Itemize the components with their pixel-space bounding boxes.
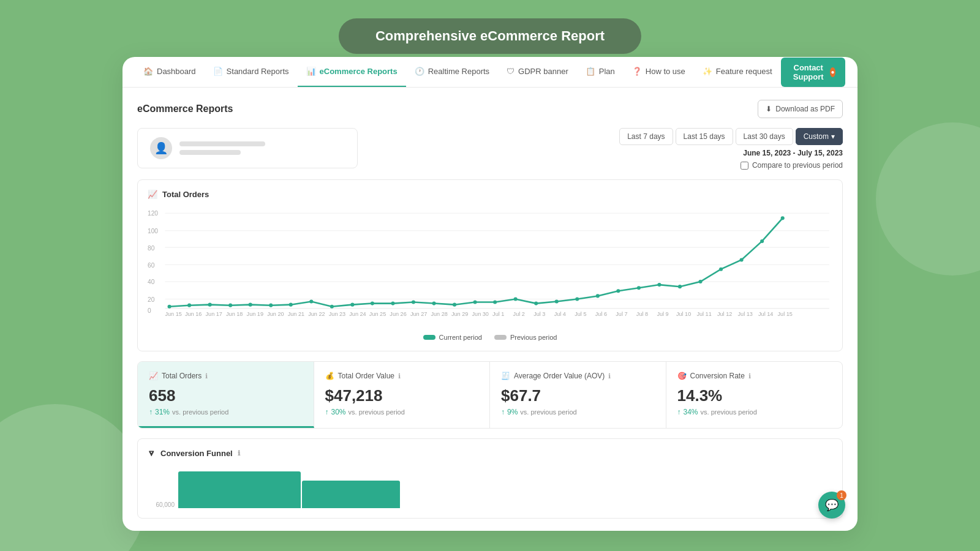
stat-change-total-orders: ↑ 31% vs. previous period: [149, 408, 303, 416]
funnel-y-label: 60,000: [148, 502, 178, 508]
sidebar-item-dashboard[interactable]: 🏠 Dashboard: [135, 57, 205, 87]
last-15-days-button[interactable]: Last 15 days: [676, 128, 733, 145]
funnel-bars: [178, 471, 832, 508]
svg-text:Jul 7: Jul 7: [616, 311, 627, 317]
stat-card-total-orders: 📈 Total Orders ℹ 658 ↑ 31% vs. previous …: [138, 362, 314, 428]
controls-row: 👤 Last 7 days Last 15 days L: [137, 128, 843, 170]
page-title: Comprehensive eCommerce Report: [339, 18, 641, 54]
stat-label-conversion-rate: 🎯 Conversion Rate ℹ: [677, 372, 832, 380]
svg-point-23: [350, 303, 354, 307]
shield-icon: 🛡: [507, 67, 514, 76]
total-order-value-info-icon[interactable]: ℹ: [398, 372, 401, 380]
svg-point-18: [249, 303, 252, 307]
svg-text:Jul 13: Jul 13: [738, 311, 753, 317]
svg-point-41: [719, 268, 723, 271]
svg-point-20: [289, 303, 293, 307]
orders-icon: 📈: [149, 372, 158, 380]
svg-text:Jun 30: Jun 30: [472, 311, 489, 317]
stat-change-aov: ↑ 9% vs. previous period: [501, 408, 655, 416]
last-7-days-button[interactable]: Last 7 days: [619, 128, 673, 145]
clock-icon: 🕐: [415, 67, 424, 76]
funnel-bar-2: [302, 481, 400, 508]
funnel-section: ⛛ Conversion Funnel ℹ 60,000: [137, 438, 843, 519]
svg-point-28: [453, 303, 456, 307]
download-icon: ⬇: [766, 105, 772, 113]
compare-checkbox-input[interactable]: [741, 162, 748, 170]
svg-point-35: [596, 294, 600, 298]
stat-value-total-order-value: $47,218: [325, 386, 479, 405]
sidebar-item-standard-reports[interactable]: 📄 Standard Reports: [205, 57, 298, 87]
aov-info-icon[interactable]: ℹ: [608, 372, 611, 380]
svg-text:120: 120: [148, 210, 158, 217]
svg-text:Jun 18: Jun 18: [226, 311, 243, 317]
svg-point-22: [330, 305, 334, 309]
svg-point-29: [473, 301, 477, 304]
stat-card-conversion-rate: 🎯 Conversion Rate ℹ 14.3% ↑ 34% vs. prev…: [666, 362, 843, 428]
compare-checkbox[interactable]: Compare to previous period: [741, 161, 843, 170]
total-orders-info-icon[interactable]: ℹ: [205, 372, 208, 380]
chart-legend: Current period Previous period: [148, 334, 832, 341]
download-pdf-button[interactable]: ⬇ Download as PDF: [758, 100, 843, 118]
chart-icon: 📈: [148, 190, 157, 199]
up-arrow-icon-3: ↑: [501, 408, 505, 416]
legend-current-period: Current period: [423, 334, 482, 341]
svg-point-36: [616, 289, 620, 293]
svg-text:Jul 3: Jul 3: [533, 311, 545, 317]
stat-value-conversion-rate: 14.3%: [677, 386, 832, 405]
stat-label-aov: 🧾 Average Order Value (AOV) ℹ: [501, 372, 655, 380]
stat-card-total-order-value: 💰 Total Order Value ℹ $47,218 ↑ 30% vs. …: [314, 362, 491, 428]
sidebar-item-ecommerce-reports[interactable]: 📊 eCommerce Reports: [298, 57, 406, 87]
conversion-rate-info-icon[interactable]: ℹ: [748, 372, 751, 380]
svg-point-43: [760, 239, 764, 243]
up-arrow-icon: ↑: [149, 408, 153, 416]
chat-icon: 💬: [825, 498, 839, 512]
user-card: 👤: [137, 128, 358, 168]
svg-point-34: [575, 297, 579, 301]
svg-text:Jun 28: Jun 28: [431, 311, 447, 317]
svg-text:40: 40: [148, 279, 155, 285]
funnel-info-icon[interactable]: ℹ: [238, 449, 240, 457]
sidebar-item-realtime-reports[interactable]: 🕐 Realtime Reports: [406, 57, 498, 87]
svg-text:Jul 11: Jul 11: [696, 311, 711, 317]
svg-point-17: [228, 304, 232, 307]
svg-point-31: [514, 297, 518, 301]
question-icon: ❓: [632, 67, 642, 76]
date-controls: Last 7 days Last 15 days Last 30 days Cu…: [619, 128, 843, 170]
last-30-days-button[interactable]: Last 30 days: [736, 128, 793, 145]
sidebar-item-feature-request[interactable]: ✨ Feature request: [694, 57, 781, 87]
total-orders-chart: 120 100 80 60 40 20 0: [148, 206, 832, 317]
custom-period-button[interactable]: Custom ▾: [796, 128, 843, 145]
document-icon: 📄: [213, 67, 223, 76]
chart-container: 120 100 80 60 40 20 0: [148, 206, 832, 329]
nav-bar: 🏠 Dashboard 📄 Standard Reports 📊 eCommer…: [123, 57, 858, 88]
chart-title: 📈 Total Orders: [148, 190, 832, 199]
svg-text:Jul 14: Jul 14: [758, 311, 773, 317]
stat-change-total-order-value: ↑ 30% vs. previous period: [325, 408, 479, 416]
sidebar-item-gdpr-banner[interactable]: 🛡 GDPR banner: [498, 57, 577, 87]
section-header: eCommerce Reports ⬇ Download as PDF: [137, 100, 843, 118]
svg-text:0: 0: [148, 307, 151, 314]
svg-point-21: [309, 300, 313, 304]
contact-support-button[interactable]: Contact Support ●: [781, 58, 845, 87]
chart-icon: 📊: [306, 67, 316, 76]
svg-point-37: [637, 286, 641, 290]
svg-text:Jun 20: Jun 20: [267, 311, 284, 317]
svg-text:Jul 6: Jul 6: [595, 311, 607, 317]
stat-card-aov: 🧾 Average Order Value (AOV) ℹ $67.7 ↑ 9%…: [490, 362, 666, 428]
funnel-bar-1: [178, 471, 301, 508]
sidebar-item-plan[interactable]: 📋 Plan: [577, 57, 624, 87]
svg-text:Jun 23: Jun 23: [329, 311, 345, 317]
main-card: 🏠 Dashboard 📄 Standard Reports 📊 eCommer…: [123, 57, 858, 531]
svg-point-16: [208, 303, 212, 307]
clipboard-icon: 📋: [586, 67, 595, 76]
svg-point-38: [657, 283, 661, 287]
chat-button[interactable]: 💬 1: [818, 492, 845, 519]
svg-text:Jun 19: Jun 19: [247, 311, 263, 317]
contact-badge: ●: [830, 67, 835, 77]
chart-section: 📈 Total Orders 120 100 80 60 40 20 0: [137, 179, 843, 351]
user-line-2: [179, 150, 241, 155]
svg-text:Jun 15: Jun 15: [165, 311, 181, 317]
date-range: June 15, 2023 - July 15, 2023: [743, 149, 843, 157]
sidebar-item-how-to-use[interactable]: ❓ How to use: [624, 57, 694, 87]
aov-icon: 🧾: [501, 372, 510, 380]
